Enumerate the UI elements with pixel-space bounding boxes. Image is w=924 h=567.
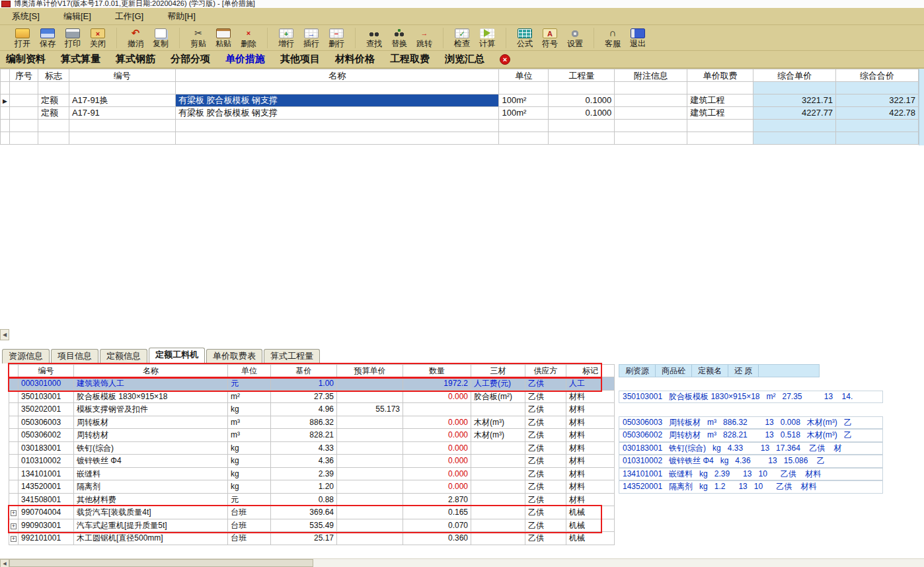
detail-row[interactable]: + 990704004 载货汽车[装载质量4t] 台班 369.64 0.165…	[9, 506, 615, 519]
cell-material[interactable]	[471, 506, 525, 519]
cell-code[interactable]: 992101001	[19, 532, 74, 545]
expand-cell[interactable]: +	[9, 506, 19, 519]
cell-name[interactable]: 汽车式起重机[提升质量5t]	[74, 519, 228, 533]
cell-budget-price[interactable]: 55.173	[337, 403, 403, 416]
toolbar-button[interactable]: 符号	[537, 28, 562, 48]
side-panel-button[interactable]: 刷资源	[619, 365, 656, 377]
cell-unit[interactable]: kg	[228, 455, 271, 468]
cell-base-price[interactable]: 2.39	[271, 468, 337, 481]
detail-row[interactable]: + 143520001 隔离剂 kg 1.20 0.000 乙供 材料	[9, 480, 615, 494]
detail-tab[interactable]: 定额工料机	[149, 348, 205, 363]
cell-code[interactable]: 050306002	[19, 429, 74, 442]
cell-budget-price[interactable]	[337, 391, 403, 404]
expand-plus-icon[interactable]: +	[11, 510, 17, 516]
detail-row[interactable]: + 341508001 其他材料费 元 0.88 2.870 乙供 材料	[9, 494, 615, 507]
detail-row[interactable]: + 350202001 模板支撑钢管及扣件 kg 4.96 55.173 乙供 …	[9, 403, 615, 416]
estimate-row[interactable]: ▶	[1, 132, 919, 145]
scrollbar-left-arrow[interactable]: ◀	[0, 559, 9, 567]
cell-code[interactable]: 143520001	[19, 480, 74, 494]
nav-tab[interactable]: 算式算量	[61, 53, 100, 65]
toolbar-button[interactable]: 复制	[148, 28, 173, 48]
cell-unit[interactable]	[499, 132, 549, 145]
cell-note[interactable]	[615, 132, 687, 145]
cell-seq[interactable]	[10, 107, 38, 120]
cell-price[interactable]	[753, 120, 836, 132]
expand-cell[interactable]: +	[9, 455, 19, 468]
cell-supplier[interactable]: 乙供	[525, 532, 566, 545]
cell-name[interactable]: 镀锌铁丝 Φ4	[74, 455, 228, 468]
cell-base-price[interactable]: 1.00	[271, 377, 337, 391]
col-header-name[interactable]: 名称	[176, 69, 500, 82]
cell-flag[interactable]	[38, 120, 69, 132]
col-header-code[interactable]: 编号	[19, 364, 74, 377]
cell-base-price[interactable]: 4.96	[271, 403, 337, 416]
cell-mark[interactable]: 材料	[566, 442, 615, 455]
expand-cell[interactable]: +	[9, 416, 19, 430]
cell-budget-price[interactable]	[337, 442, 403, 455]
cell-supplier[interactable]: 乙供	[525, 442, 566, 455]
cell-material[interactable]: 木材(m³)	[471, 429, 525, 442]
cell-unit[interactable]: 元	[228, 494, 271, 507]
cell-code[interactable]: 050306003	[19, 416, 74, 430]
cell-name[interactable]	[176, 82, 500, 94]
side-row[interactable]: 010310002 镀锌铁丝 Φ4 kg 4.36 13 15.086 乙	[619, 455, 883, 468]
cell-material[interactable]: 胶合板(m²)	[471, 391, 525, 404]
detail-tab[interactable]: 定额信息	[100, 349, 147, 363]
toolbar-button[interactable]: 计算	[475, 28, 500, 48]
cell-fee[interactable]	[687, 132, 753, 145]
cell-mark[interactable]: 材料	[566, 391, 615, 404]
cell-code[interactable]	[69, 132, 176, 145]
detail-row[interactable]: + 000301000 建筑装饰人工 元 1.00 1972.2 人工费(元) …	[9, 377, 615, 391]
col-header-budget-price[interactable]: 预算单价	[337, 364, 403, 377]
cell-budget-price[interactable]	[337, 494, 403, 507]
nav-tab[interactable]: 浏览汇总	[445, 53, 484, 65]
cell-name[interactable]	[176, 120, 500, 132]
cell-name[interactable]: 胶合板模板 1830×915×18	[74, 391, 228, 404]
cell-base-price[interactable]: 27.35	[271, 391, 337, 404]
cell-note[interactable]	[615, 120, 687, 132]
col-header-supplier[interactable]: 供应方	[525, 364, 566, 377]
toolbar-button[interactable]: 客服	[600, 28, 625, 48]
nav-tab[interactable]: 分部分项	[171, 53, 210, 65]
detail-row[interactable]: + 010310002 镀锌铁丝 Φ4 kg 4.36 0.000 乙供 材料	[9, 455, 615, 468]
cell-mark[interactable]: 机械	[566, 532, 615, 545]
col-header-mark[interactable]: 标记	[566, 364, 615, 377]
cell-budget-price[interactable]	[337, 506, 403, 519]
cell-qty[interactable]: 0.000	[403, 455, 471, 468]
cell-qty[interactable]: 0.165	[403, 506, 471, 519]
detail-row[interactable]: + 992101001 木工圆锯机[直径500mm] 台班 25.17 0.36…	[9, 532, 615, 545]
toolbar-button[interactable]: 跳转	[412, 28, 437, 48]
cell-code[interactable]: 990704004	[19, 506, 74, 519]
estimate-row[interactable]: ▶	[1, 82, 919, 94]
cell-price[interactable]	[753, 82, 836, 94]
cell-supplier[interactable]: 乙供	[525, 377, 566, 391]
cell-price[interactable]: 3221.71	[753, 94, 836, 107]
cell-price[interactable]	[753, 132, 836, 145]
estimate-row[interactable]: ▶ 定额 A17-91 有梁板 胶合板模板 钢支撑 100m² 0.1000 建…	[1, 107, 919, 120]
cell-code[interactable]	[69, 120, 176, 132]
cell-unit[interactable]: 100m²	[499, 94, 549, 107]
cell-base-price[interactable]: 886.32	[271, 416, 337, 430]
expand-cell[interactable]: +	[9, 494, 19, 507]
cell-code[interactable]: 341508001	[19, 494, 74, 507]
cell-qty[interactable]: 0.000	[403, 429, 471, 442]
cell-mark[interactable]: 机械	[566, 519, 615, 533]
detail-row[interactable]: + 990903001 汽车式起重机[提升质量5t] 台班 535.49 0.0…	[9, 519, 615, 533]
nav-tab[interactable]: 其他项目	[280, 53, 320, 65]
cell-note[interactable]	[615, 107, 687, 120]
side-row[interactable]: 030183001 铁钉(综合) kg 4.33 13 17.364 乙供 材	[619, 442, 883, 455]
cell-budget-price[interactable]	[337, 468, 403, 481]
col-header-qty[interactable]: 工程量	[549, 69, 615, 82]
cell-note[interactable]	[615, 82, 687, 94]
cell-mark[interactable]: 材料	[566, 494, 615, 507]
toolbar-button[interactable]: 退出	[625, 28, 650, 48]
cell-budget-price[interactable]	[337, 416, 403, 430]
col-header-price[interactable]: 综合单价	[753, 69, 836, 82]
toolbar-button[interactable]: 删除	[236, 28, 261, 48]
detail-tab[interactable]: 单价取费表	[206, 349, 262, 363]
cell-unit[interactable]: 台班	[228, 532, 271, 545]
toolbar-button[interactable]: 粘贴	[211, 28, 236, 48]
cell-material[interactable]	[471, 403, 525, 416]
cell-unit[interactable]: m²	[228, 391, 271, 404]
cell-note[interactable]	[615, 94, 687, 107]
